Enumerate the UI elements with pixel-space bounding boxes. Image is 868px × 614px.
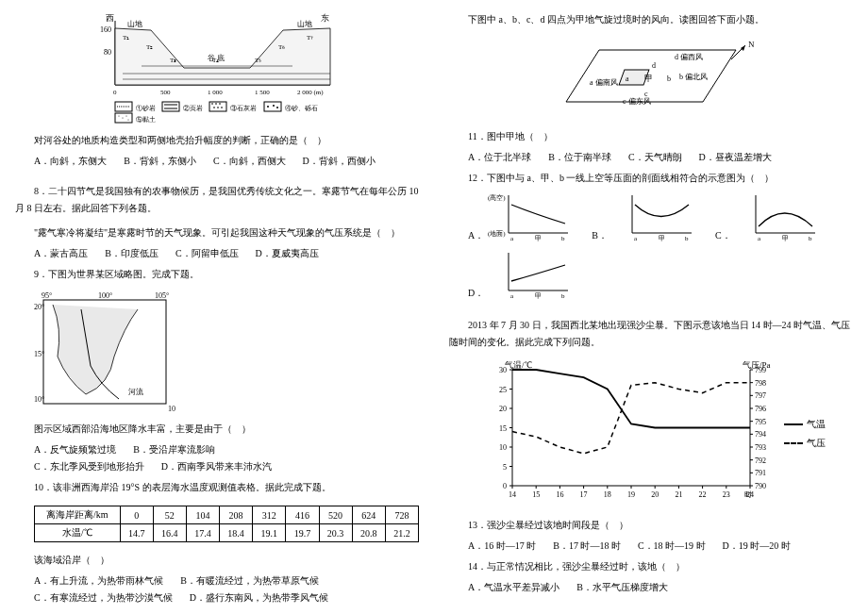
svg-text:T₇: T₇ — [307, 34, 313, 41]
svg-point-31 — [273, 105, 275, 107]
svg-text:791: 791 — [755, 469, 766, 477]
svg-text:山地: 山地 — [127, 20, 142, 28]
svg-text:20: 20 — [651, 490, 659, 499]
svg-point-38 — [128, 120, 129, 121]
svg-text:b: b — [809, 235, 812, 242]
q10-sub: 该海域沿岸（ ） — [15, 552, 419, 569]
svg-text:10: 10 — [499, 443, 507, 452]
svg-text:16: 16 — [556, 490, 563, 499]
svg-text:b 偏北风: b 偏北风 — [679, 73, 708, 81]
wind-figure: 甲 a b c d d 偏西风 b 偏北风 a 偏南风 c 偏东风 N — [449, 36, 853, 121]
svg-text:10°: 10° — [34, 395, 44, 404]
svg-text:a: a — [634, 235, 638, 242]
q10-options: A．有上升流，为热带雨林气候B．有暖流经过，为热带草原气候 — [34, 573, 419, 589]
svg-rect-34 — [115, 113, 132, 123]
svg-text:0: 0 — [503, 482, 507, 490]
svg-point-36 — [123, 118, 124, 119]
svg-text:20: 20 — [499, 405, 507, 413]
dust-chart: 0510152025307907917927937947957967977987… — [449, 358, 853, 509]
svg-text:a: a — [510, 235, 514, 242]
svg-text:甲: 甲 — [659, 235, 665, 242]
q12-stem: 12．下图中与 a、甲、b 一线上空等压面的剖面线相符合的示意图为（ ） — [449, 170, 853, 187]
svg-text:T₃: T₃ — [170, 57, 176, 64]
svg-text:⑤黏土: ⑤黏土 — [136, 116, 156, 124]
q10-table: 离海岸距离/km052104208312416520624728 水温/℃14.… — [34, 506, 419, 542]
svg-text:甲: 甲 — [782, 235, 789, 242]
q9-sub: 图示区域西部沿海地区降水丰富，主要是由于（ ） — [15, 421, 419, 438]
svg-point-30 — [267, 106, 269, 108]
svg-text:甲: 甲 — [644, 74, 653, 83]
svg-text:105°: 105° — [155, 291, 169, 300]
svg-text:795: 795 — [755, 418, 766, 426]
q13-stem: 13．强沙尘暴经过该地时间段是（ ） — [449, 517, 853, 534]
svg-text:③石灰岩: ③石灰岩 — [230, 105, 257, 112]
svg-text:797: 797 — [755, 391, 766, 400]
right-column: 下图中 a、b、c、d 四点为甲地气旋过境时的风向。读图回答下面小题。 甲 a … — [434, 0, 868, 614]
valley-figure: 西 东 160 80 T₁ T₂ T₃ T₄ T₅ T₆ T₇ 山地 谷 底 — [15, 11, 419, 124]
map-figure: 95° 100° 105° 20° 15° 10° 河流 105° — [34, 290, 419, 413]
q7-stem: 对河谷处的地质构造类型和两侧地壳抬升幅度的判断，正确的是（ ） — [15, 132, 419, 149]
svg-text:T₅: T₅ — [255, 57, 261, 64]
wind-intro: 下图中 a、b、c、d 四点为甲地气旋过境时的风向。读图回答下面小题。 — [449, 11, 853, 28]
svg-text:793: 793 — [755, 443, 766, 452]
q14-options: A．气温水平差异减小B．水平气压梯度增大 — [468, 579, 853, 596]
svg-text:气压/Pa: 气压/Pa — [743, 360, 771, 370]
svg-text:21: 21 — [675, 490, 682, 499]
svg-point-35 — [119, 116, 120, 117]
svg-text:(高空): (高空) — [488, 194, 506, 202]
svg-text:5: 5 — [503, 463, 507, 472]
left-column: 西 东 160 80 T₁ T₂ T₃ T₄ T₅ T₆ T₇ 山地 谷 底 — [0, 0, 434, 614]
svg-point-37 — [126, 116, 127, 117]
svg-text:17: 17 — [580, 490, 588, 499]
svg-text:N: N — [748, 40, 755, 49]
svg-text:14: 14 — [509, 490, 516, 499]
label-east: 东 — [321, 13, 329, 23]
svg-text:0: 0 — [113, 89, 117, 96]
svg-text:d: d — [652, 61, 656, 70]
svg-text:22: 22 — [699, 490, 707, 499]
svg-text:b: b — [561, 235, 565, 242]
svg-text:1 500: 1 500 — [255, 89, 270, 96]
svg-rect-29 — [264, 102, 281, 111]
y-top: 160 — [100, 25, 111, 34]
svg-text:792: 792 — [755, 456, 766, 465]
svg-text:T₆: T₆ — [278, 43, 285, 51]
svg-text:山地: 山地 — [297, 20, 312, 28]
q8-intro: 8．二十四节气是我国独有的农事物候历，是我国优秀传统文化之一。寒露节气在每年公历… — [15, 183, 419, 217]
svg-text:①砂岩: ①砂岩 — [136, 105, 156, 112]
svg-text:b: b — [561, 292, 565, 300]
q11-stem: 11．图中甲地（ ） — [449, 128, 853, 145]
svg-text:794: 794 — [755, 430, 766, 439]
svg-text:25: 25 — [499, 386, 507, 394]
q8-options: A．蒙古高压B．印度低压 C．阿留申低压D．夏威夷高压 — [34, 245, 419, 262]
svg-text:甲: 甲 — [535, 292, 542, 300]
svg-text:谷 底: 谷 底 — [208, 54, 225, 62]
svg-text:b: b — [685, 235, 689, 242]
svg-text:a 偏南风: a 偏南风 — [590, 78, 618, 87]
q13-options: A．16 时—17 时B．17 时—18 时 C．18 时—19 时D．19 时… — [468, 538, 853, 555]
svg-text:时: 时 — [744, 490, 752, 499]
svg-text:105°: 105° — [168, 405, 175, 413]
q9-options: A．反气旋频繁过境B．受沿岸寒流影响 — [34, 441, 419, 458]
svg-point-32 — [276, 107, 278, 108]
label-west: 西 — [106, 13, 114, 23]
svg-text:19: 19 — [627, 490, 635, 499]
dust-intro: 2013 年 7 月 30 日，我国西北某地出现强沙尘暴。下图示意该地当日 14… — [449, 317, 853, 351]
svg-text:②页岩: ②页岩 — [183, 105, 203, 112]
q14-stem: 14．与正常情况相比，强沙尘暴经过时，该地（ ） — [449, 558, 853, 575]
svg-text:15: 15 — [532, 490, 540, 499]
svg-text:T₂: T₂ — [146, 43, 153, 51]
svg-text:d 偏西风: d 偏西风 — [675, 53, 703, 61]
svg-text:2 000 (m): 2 000 (m) — [297, 89, 324, 96]
svg-text:b: b — [667, 75, 671, 83]
q12-mini-charts: A． (高空) (地面) a 甲 b B． a 甲 b C． — [468, 191, 853, 300]
q7-options: A．向斜，东侧大B．背斜，东侧小 C．向斜，西侧大D．背斜，西侧小 — [34, 153, 419, 170]
svg-text:20°: 20° — [34, 303, 44, 311]
svg-text:798: 798 — [755, 379, 766, 388]
svg-text:(地面): (地面) — [488, 230, 506, 238]
svg-rect-23 — [162, 102, 179, 111]
svg-text:甲: 甲 — [535, 235, 542, 242]
svg-text:15°: 15° — [34, 350, 44, 358]
svg-text:④砂、砾石: ④砂、砾石 — [285, 105, 318, 112]
q9-stem: 9．下图为世界某区域略图。完成下题。 — [15, 266, 419, 283]
